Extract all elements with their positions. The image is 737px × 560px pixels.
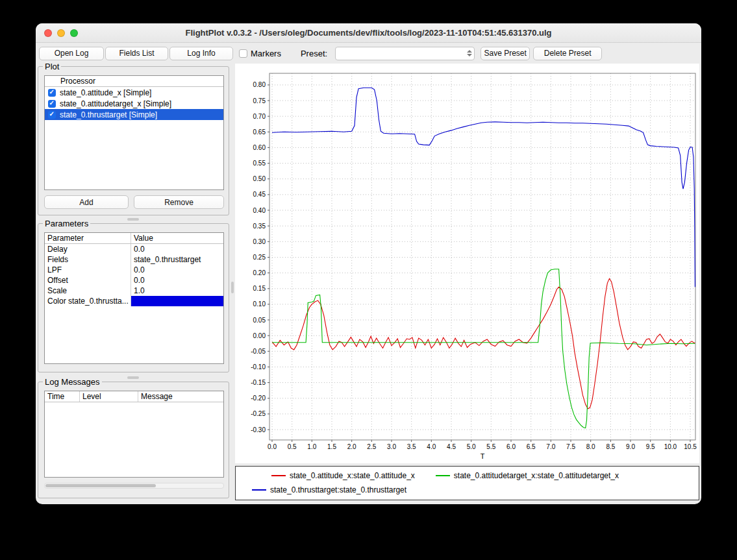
svg-text:0.45: 0.45: [253, 191, 266, 198]
window-title: FlightPlot v.0.3.2 - /Users/oleg/Documen…: [185, 28, 551, 38]
markers-label: Markers: [251, 49, 281, 58]
svg-text:0.0: 0.0: [268, 443, 277, 450]
plot-series-row[interactable]: state_0.attitude_x [Simple]: [45, 87, 223, 98]
vertical-splitter[interactable]: [231, 64, 235, 502]
title-bar: FlightPlot v.0.3.2 - /Users/oleg/Documen…: [36, 23, 701, 43]
plot-table-header: Processor: [45, 76, 223, 87]
svg-text:0.25: 0.25: [253, 254, 266, 261]
markers-checkbox[interactable]: [239, 49, 247, 58]
svg-text:0.65: 0.65: [253, 128, 266, 136]
svg-text:0.35: 0.35: [253, 223, 266, 230]
left-panel: Plot Processor state_0.attitude_x [Simpl…: [38, 64, 231, 502]
checkbox-checked-icon[interactable]: [48, 111, 56, 119]
parameters-group: Parameters Parameter Value Delay 0.0 Fie…: [38, 223, 229, 372]
flight-plot-chart[interactable]: 0.00.51.01.52.02.53.03.54.04.55.05.56.06…: [235, 64, 699, 463]
zoom-button[interactable]: [70, 29, 78, 37]
legend-line-marker-blue: [252, 489, 266, 491]
svg-text:0.5: 0.5: [288, 443, 297, 450]
svg-text:8.5: 8.5: [606, 443, 615, 450]
delete-preset-button[interactable]: Delete Preset: [533, 47, 602, 60]
plot-series-table: Processor state_0.attitude_x [Simple] st…: [44, 75, 224, 190]
svg-text:2.5: 2.5: [367, 443, 376, 450]
svg-text:10.5: 10.5: [684, 443, 697, 450]
parameter-value[interactable]: 0.0: [131, 275, 223, 286]
svg-text:0.10: 0.10: [253, 300, 266, 308]
color-swatch[interactable]: [131, 296, 223, 306]
vertical-splitter-handle[interactable]: [231, 282, 234, 293]
parameter-value[interactable]: 1.0: [131, 286, 223, 296]
log-messages-table-header: Time Level Message: [45, 391, 223, 402]
remove-button[interactable]: Remove: [134, 195, 224, 209]
svg-text:6.0: 6.0: [506, 443, 516, 450]
traffic-lights: [44, 29, 78, 37]
horizontal-scrollbar-thumb[interactable]: [45, 484, 156, 487]
parameter-column-header: Parameter: [45, 233, 131, 243]
parameter-name: Scale: [45, 286, 131, 296]
svg-text:4.0: 4.0: [427, 443, 436, 450]
splitter-handle[interactable]: [127, 218, 139, 221]
log-info-button[interactable]: Log Info: [169, 47, 233, 60]
parameter-row: Scale 1.0: [45, 286, 223, 296]
svg-text:7.0: 7.0: [546, 443, 555, 450]
legend-row: state_0.attitude_x:state_0.attitude_x st…: [271, 471, 619, 480]
plot-series-label: state_0.thrusttarget [Simple]: [60, 110, 157, 119]
svg-text:T: T: [481, 452, 485, 460]
parameters-table-header: Parameter Value: [45, 233, 223, 244]
svg-text:0.30: 0.30: [253, 238, 266, 245]
close-button[interactable]: [44, 29, 52, 37]
svg-text:0.55: 0.55: [253, 160, 266, 167]
svg-text:0.70: 0.70: [253, 113, 266, 120]
plot-series-row-selected[interactable]: state_0.thrusttarget [Simple]: [45, 109, 223, 120]
parameter-row: Delay 0.0: [45, 244, 223, 254]
log-messages-table: Time Level Message: [44, 391, 224, 478]
parameter-name: Delay: [45, 244, 131, 254]
legend-item: state_0.attitudetarget_x:state_0.attitud…: [436, 471, 619, 480]
svg-text:-0.25: -0.25: [251, 410, 266, 417]
parameter-row: Offset 0.0: [45, 275, 223, 286]
preset-combobox[interactable]: [335, 47, 475, 60]
level-column-header: Level: [80, 391, 138, 402]
chart-legend: state_0.attitude_x:state_0.attitude_x st…: [235, 466, 699, 500]
preset-label: Preset:: [301, 49, 327, 58]
log-messages-group: Log Messages Time Level Message: [38, 382, 229, 498]
parameter-value[interactable]: 0.0: [131, 244, 223, 254]
svg-text:5.0: 5.0: [467, 443, 476, 450]
parameter-row: Fields state_0.thrusttarget: [45, 254, 223, 265]
parameter-value[interactable]: 0.0: [131, 265, 223, 275]
svg-text:6.5: 6.5: [527, 443, 536, 450]
svg-text:8.0: 8.0: [586, 443, 595, 450]
svg-text:3.0: 3.0: [387, 443, 396, 450]
legend-row: state_0.thrusttarget:state_0.thrusttarge…: [252, 485, 406, 494]
svg-text:0.40: 0.40: [253, 207, 266, 214]
legend-item: state_0.thrusttarget:state_0.thrusttarge…: [252, 485, 406, 494]
combobox-stepper-icon: [467, 50, 472, 56]
svg-text:9.0: 9.0: [626, 443, 635, 450]
svg-text:0.15: 0.15: [253, 285, 266, 292]
svg-text:2.0: 2.0: [347, 443, 356, 450]
fields-list-button[interactable]: Fields List: [105, 47, 168, 60]
horizontal-scrollbar[interactable]: [44, 483, 224, 489]
save-preset-button[interactable]: Save Preset: [481, 47, 530, 60]
plot-series-label: state_0.attitude_x [Simple]: [60, 88, 151, 97]
splitter-handle[interactable]: [127, 376, 139, 379]
minimize-button[interactable]: [57, 29, 65, 37]
svg-text:-0.30: -0.30: [251, 426, 266, 433]
parameter-row: LPF 0.0: [45, 265, 223, 275]
svg-text:9.5: 9.5: [646, 443, 655, 450]
legend-label: state_0.attitude_x:state_0.attitude_x: [290, 471, 415, 480]
svg-text:10.0: 10.0: [664, 443, 677, 450]
checkbox-checked-icon[interactable]: [48, 100, 56, 108]
plot-series-row[interactable]: state_0.attitudetarget_x [Simple]: [45, 98, 223, 109]
svg-text:7.5: 7.5: [566, 443, 575, 450]
parameter-value[interactable]: state_0.thrusttarget: [131, 254, 223, 265]
add-button[interactable]: Add: [44, 195, 129, 209]
open-log-button[interactable]: Open Log: [39, 47, 104, 60]
legend-line-marker-green: [436, 475, 450, 476]
parameter-name: Fields: [45, 254, 131, 265]
svg-text:0.05: 0.05: [253, 317, 266, 324]
parameters-table: Parameter Value Delay 0.0 Fields state_0…: [44, 232, 224, 364]
legend-label: state_0.thrusttarget:state_0.thrusttarge…: [270, 485, 406, 494]
chart-panel[interactable]: 0.00.51.01.52.02.53.03.54.04.55.05.56.06…: [235, 64, 699, 463]
parameter-name: Color state_0.thrustta...: [45, 296, 131, 306]
checkbox-checked-icon[interactable]: [48, 89, 56, 97]
